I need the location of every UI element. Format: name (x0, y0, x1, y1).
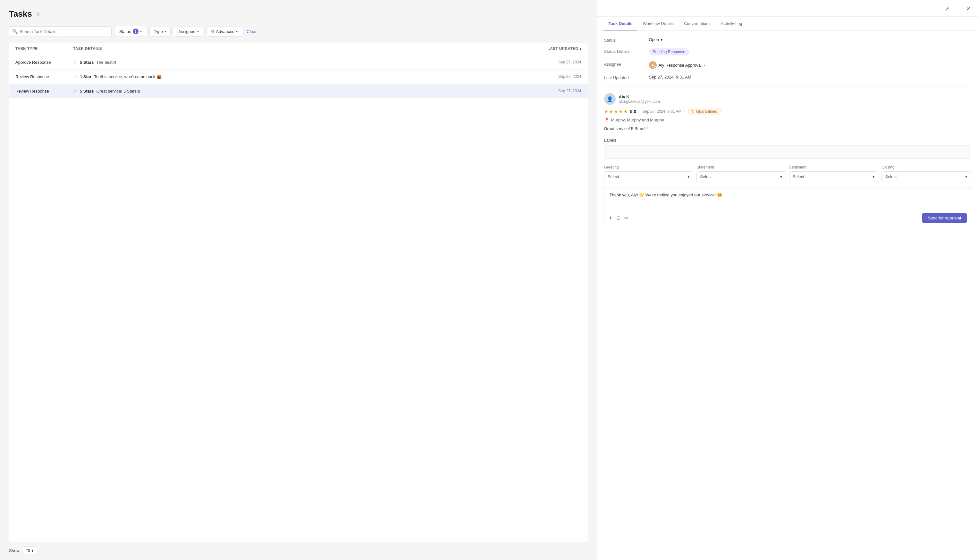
advanced-chevron: ▾ (236, 30, 237, 33)
status-filter-chevron: ▾ (140, 30, 142, 33)
status-details-row: Status Details Pending Response (604, 48, 971, 55)
search-wrapper: 🔍 (9, 26, 112, 37)
task-text: The best!!! (96, 60, 116, 65)
expand-icon: ⤢ (945, 6, 949, 12)
page-title: Tasks (9, 9, 32, 19)
more-options-button[interactable]: ··· (954, 5, 961, 13)
quarantine-badge: ↻ Quarantined (688, 108, 721, 115)
type-filter-chevron: ▾ (164, 30, 166, 33)
last-updated-value: Sep 27, 2024, 9:31 AM (649, 75, 691, 80)
advanced-label: Advanced (216, 29, 235, 34)
table-row[interactable]: Review Response ☆ 1 Star Terrible servic… (9, 70, 588, 84)
tab-task-details[interactable]: Task Details (604, 17, 638, 30)
last-updated-label: Last Updated (604, 75, 649, 80)
table-header: Task Type Task Details Last Updated ▾ (9, 43, 588, 55)
filter-icon: ⚙ (211, 29, 214, 33)
reviewer-email: akruglak+api@yext.com (619, 99, 971, 104)
greeting-select-text: Select (608, 174, 619, 179)
task-type-cell: Review Response (15, 74, 73, 79)
quarantine-icon: ↻ (691, 109, 695, 114)
bottom-toolbar: Show 20 ▾ (9, 546, 588, 555)
star-count: 5 Stars (80, 60, 94, 65)
closing-chevron: ▾ (965, 174, 968, 179)
task-type-cell: Review Response (15, 89, 73, 93)
closing-select[interactable]: Select ▾ (881, 172, 971, 182)
assignee-filter-button[interactable]: Assignee ▾ (174, 27, 203, 37)
rating-number: 5.0 (630, 109, 636, 114)
tab-activity-log[interactable]: Activity Log (716, 17, 747, 30)
sentiment-chevron: ▾ (873, 174, 875, 179)
last-updated-cell: Sep 27, 2024 (530, 74, 581, 79)
type-filter-button[interactable]: Type ▾ (149, 27, 171, 37)
show-value: 20 (26, 548, 30, 553)
right-panel-tabs: Task Details Workflow Details Conversati… (597, 17, 978, 31)
star-4: ★ (619, 108, 623, 114)
last-updated-cell: Sep 27, 2024 (530, 60, 581, 64)
star-icon-outline: ☆ (73, 60, 77, 65)
star-icon-outline: ☆ (73, 88, 77, 93)
assignee-value: A Aly Response Approval ▾ (649, 61, 705, 69)
closing-col: Closing Select ▾ (881, 165, 971, 182)
task-details-cell: ☆ 1 Star Terrible service, won't come ba… (73, 74, 530, 79)
response-section: Greeting Select ▾ Statement Select ▾ Sen… (604, 165, 971, 182)
clear-button[interactable]: Clear (245, 27, 258, 36)
edit-icon[interactable]: ✏ (624, 215, 629, 221)
table-row[interactable]: Review Response ☆ 5 Stars Great service!… (9, 84, 588, 98)
status-filter-label: Status (119, 29, 131, 34)
send-for-approval-button[interactable]: Send for Approval (922, 213, 967, 223)
right-panel: ⤢ ··· ✕ Task Details Workflow Details Co… (597, 0, 978, 560)
status-filter-button[interactable]: Status 1 ▾ (115, 26, 146, 37)
search-input[interactable] (9, 26, 112, 37)
page-title-row: Tasks ☆ (9, 9, 588, 19)
show-select[interactable]: 20 ▾ (22, 546, 37, 555)
favorite-icon[interactable]: ☆ (35, 10, 41, 18)
sort-icon[interactable]: ▾ (580, 47, 581, 51)
review-dot-sep: · (684, 109, 685, 114)
assignee-row: Assignee A Aly Response Approval ▾ (604, 61, 971, 69)
closing-label: Closing (881, 165, 971, 170)
table-row[interactable]: Approve Response ☆ 5 Stars The best!!! S… (9, 55, 588, 70)
advanced-filter-button[interactable]: ⚙ Advanced ▾ (207, 27, 242, 37)
status-value: Open ▾ (649, 37, 663, 42)
tab-workflow-details[interactable]: Workflow Details (637, 17, 679, 30)
closing-select-text: Select (885, 174, 896, 179)
last-updated-text: Sep 27, 2024, 9:31 AM (649, 75, 691, 80)
star-2: ★ (609, 108, 613, 114)
star-icon-outline: ☆ (73, 74, 77, 79)
copy-icon[interactable]: ⊡ (616, 215, 620, 221)
status-details-value: Pending Response (649, 48, 689, 55)
assignee-dropdown-chevron[interactable]: ▾ (704, 63, 705, 67)
expand-button[interactable]: ⤢ (944, 5, 950, 13)
reviewer-avatar: 👤 (604, 93, 616, 105)
col-task-details-header: Task Details (73, 47, 530, 51)
quarantine-text: Quarantined (696, 109, 717, 114)
sentiment-select[interactable]: Select ▾ (789, 172, 879, 182)
statement-select-text: Select (700, 174, 712, 179)
star-count: 5 Stars (80, 89, 94, 93)
labels-section: Labels (604, 138, 971, 158)
status-dropdown[interactable]: Open ▾ (649, 37, 663, 42)
greeting-select[interactable]: Select ▾ (604, 172, 694, 182)
statement-label: Statement (697, 165, 786, 170)
assignee-label: Assignee (604, 61, 649, 67)
sparkle-icon[interactable]: ✦ (608, 215, 612, 221)
status-chevron: ▾ (660, 37, 663, 42)
status-filter-badge: 1 (133, 28, 139, 34)
assignee-filter-label: Assignee (178, 29, 195, 34)
review-text: Great service! 5 Stars!!! (604, 126, 971, 132)
status-details-label: Status Details (604, 48, 649, 54)
stars-filled: ★ ★ ★ ★ ★ (604, 108, 627, 114)
task-type-cell: Approve Response (15, 60, 73, 65)
labels-input[interactable] (604, 145, 971, 158)
compose-text[interactable]: Thank you, Aly! 🌟 We're thrilled you enj… (604, 187, 971, 210)
labels-title: Labels (604, 138, 971, 143)
task-details-cell: ☆ 5 Stars Great service! 5 Stars!!! (73, 88, 530, 93)
status-text: Open (649, 37, 659, 42)
star-count: 1 Star (80, 74, 91, 79)
tab-conversations[interactable]: Conversations (679, 17, 716, 30)
greeting-chevron: ▾ (687, 174, 690, 179)
col-last-updated-header: Last Updated (547, 47, 578, 51)
location-row: 📍 Murphy, Murphy and Murphy (604, 118, 971, 122)
close-button[interactable]: ✕ (965, 5, 971, 13)
statement-select[interactable]: Select ▾ (697, 172, 786, 182)
